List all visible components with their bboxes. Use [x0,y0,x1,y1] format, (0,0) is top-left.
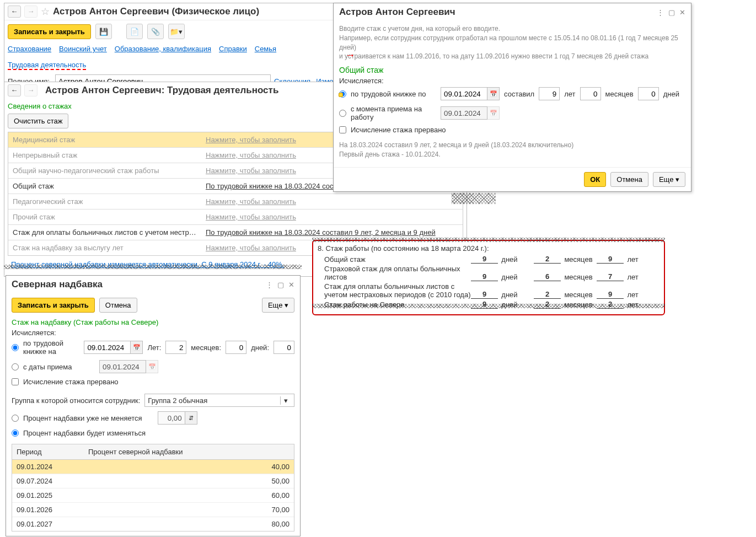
stazh-row-value[interactable]: Нажмите, чтобы заполнить [201,194,463,209]
stazh-months-input[interactable] [580,87,601,100]
stazh-footer: ОК Отмена Еще ▾ [334,167,691,191]
tab-insurance[interactable]: Страхование [8,45,51,53]
north-row-period: 09.07.2024 [12,474,84,488]
tab-work-activity[interactable]: Трудовая деятельность [8,61,86,70]
stazh-row-label: Общий научно-педагогический стаж работы [8,163,201,178]
north-save-close-button[interactable]: Записать и закрыть [12,298,95,313]
tab-education[interactable]: Образование, квалификация [115,45,211,53]
summary-row: Стаж для оплаты больничных листов с учет… [318,282,660,299]
north-table-row[interactable]: 09.01.202670,00 [12,503,294,517]
stazh-radio-fromhire[interactable] [339,110,346,117]
stazh-row[interactable]: Прочий стажНажмите, чтобы заполнить [8,210,463,225]
north-days-input[interactable] [274,341,294,354]
north-pct-fixed-input[interactable] [158,411,185,425]
stazh-more-button[interactable]: Еще ▾ [653,172,685,187]
stazh-cancel-button[interactable]: Отмена [610,172,648,187]
calendar-icon[interactable]: 📅 [487,87,500,100]
nav-forward-button[interactable]: → [24,6,37,18]
stazh-row-label: Общий стаж [8,179,201,194]
stazh-row-label: Стаж на надбавку за выслугу лет [8,240,201,255]
north-date1-input[interactable] [84,341,131,354]
north-group-select[interactable]: Группа 2 обычная ▾ [144,394,294,407]
activity-forward-button[interactable]: → [24,84,37,96]
north-date2-input[interactable] [99,360,146,373]
stazh-radio2-row: с момента приема на работу 📅 [339,103,685,123]
north-radio4-row: Процент надбавки будет изменяться [12,427,294,439]
north-radio-fromhire[interactable] [12,363,19,370]
stazh-interrupted-checkbox[interactable] [339,126,346,133]
save-button[interactable]: 💾 [95,24,112,39]
stazh-maximize-icon[interactable]: ▢ [668,8,675,17]
save-close-button[interactable]: Записать и закрыть [8,24,91,39]
folder-button[interactable]: 📁▾ [168,24,185,39]
north-radio3-row: Процент надбавки уже не меняется ⇵ [12,409,294,427]
stazh-days-input[interactable] [638,87,659,100]
north-more-icon[interactable]: ⋮ [266,281,273,289]
summary-label: Общий стаж [318,255,471,264]
calendar-icon[interactable]: 📅 [146,360,158,373]
north-table-hdr2: Процент северной надбавки [84,444,294,459]
north-years-input[interactable] [165,341,186,354]
stazh-radio1-row: по трудовой книжке по 📅 составил лет мес… [339,85,685,103]
stepper-icon[interactable]: ⇵ [185,411,197,425]
tab-military[interactable]: Воинский учет [59,45,107,53]
north-maximize-icon[interactable]: ▢ [277,281,284,289]
north-table-row[interactable]: 09.01.202560,00 [12,488,294,503]
stazh-ok-button[interactable]: ОК [584,172,606,187]
tab-reports[interactable]: Справки [219,45,247,53]
north-table-row[interactable]: 09.07.202450,00 [12,474,294,488]
north-more-button[interactable]: Еще ▾ [262,298,294,313]
north-months-input[interactable] [226,341,246,354]
north-table: Период Процент северной надбавки 09.01.2… [12,444,294,531]
north-radio2-row: с даты приема 📅 [12,358,294,375]
calendar-icon[interactable]: 📅 [131,341,143,354]
attach-button[interactable]: 📎 [147,24,164,39]
north-close-icon[interactable]: ✕ [288,281,294,289]
activity-back-button[interactable]: ← [8,84,21,96]
summary-row: Страховой стаж для оплаты больничных лис… [318,265,660,281]
chevron-down-icon[interactable]: ▾ [280,396,291,405]
summary-label: Стаж для оплаты больничных листов с учет… [318,282,471,299]
note-button[interactable]: 📄 [126,24,143,39]
stazh-date1-input[interactable] [441,87,487,100]
stazh-dialog: Астров Антон Сергеевич ⋮ ▢ ✕ Вводите ста… [333,3,691,192]
north-subtitle: Стаж на надбавку (Стаж работы на Севере) [12,318,294,326]
stazh-close-icon[interactable]: ✕ [679,8,685,17]
favorite-icon[interactable]: ☆ [41,6,50,18]
summary-heading: 8. Стаж работы (по состоянию на 18 марта… [318,244,660,253]
north-radio-fixed[interactable] [12,415,19,422]
stazh-row-label: Стаж для оплаты больничных листов с учет… [8,225,201,240]
north-row-pct: 50,00 [84,474,294,488]
nav-back-button[interactable]: ← [8,6,21,18]
stazh-date2-input[interactable] [441,106,487,120]
north-radio-changing[interactable] [12,429,19,437]
north-checkbox-row: Исчисление стажа прервано [12,375,294,388]
stazh-row-label: Медицинский стаж [8,132,201,147]
summary-months: 2 [534,290,561,299]
stazh-more-icon[interactable]: ⋮ [657,8,664,17]
north-cancel-button[interactable]: Отмена [99,298,137,313]
north-table-row[interactable]: 09.01.202440,00 [12,460,294,474]
north-table-row[interactable]: 09.01.202780,00 [12,517,294,531]
summary-years: 9 [597,255,624,264]
north-radio2-label: с даты приема [23,363,95,371]
north-radio-bybook[interactable] [12,344,19,351]
tab-family[interactable]: Семья [255,45,276,53]
north-row-period: 09.01.2027 [12,517,84,531]
stazh-row[interactable]: Педагогический стажНажмите, чтобы заполн… [8,194,463,210]
clear-stazh-button[interactable]: Очистить стаж [8,114,68,128]
activity-title: Астров Антон Сергеевич: Трудовая деятель… [45,85,278,96]
stazh-years-input[interactable] [539,87,560,100]
main-title: Астров Антон Сергеевич (Физическое лицо) [53,6,259,17]
north-radio1-row: по трудовой книжке на 📅 Лет: месяцев: дн… [12,337,294,358]
north-interrupted-checkbox[interactable] [12,378,19,385]
summary-days: 9 [471,290,498,299]
north-row-period: 09.01.2024 [12,460,84,474]
north-row-period: 09.01.2025 [12,488,84,502]
north-radio1-label: по трудовой книжке на [23,339,79,356]
main-tabs: Страхование Воинский учет Образование, к… [4,42,348,72]
north-row-pct: 60,00 [84,488,294,502]
stazh-dialog-title: Астров Антон Сергеевич ⋮ ▢ ✕ [334,3,691,21]
stazh-row-value[interactable]: Нажмите, чтобы заполнить [201,210,463,224]
calendar-icon[interactable]: 📅 [487,106,500,120]
